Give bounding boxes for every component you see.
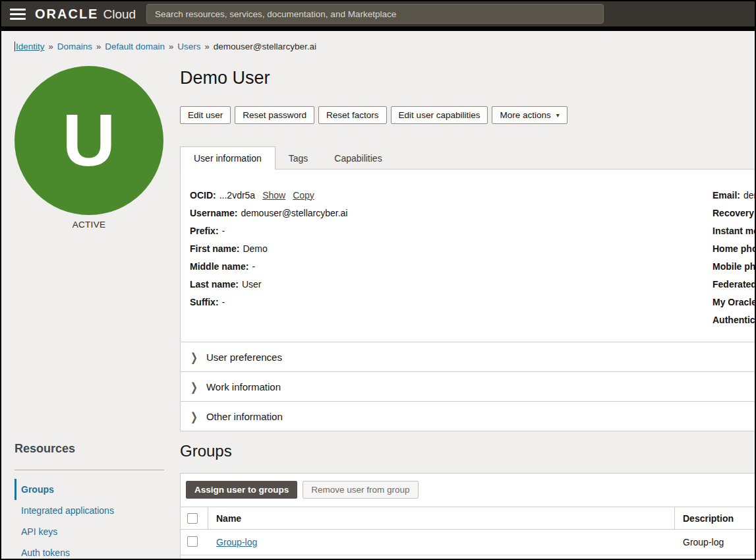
group-name-link[interactable]: Group-log bbox=[216, 537, 257, 547]
section-other-information[interactable]: ❯ Other information bbox=[181, 401, 756, 431]
table-row: Group-log Group-log bbox=[181, 530, 756, 555]
sidebar-item-auth-tokens[interactable]: Auth tokens bbox=[15, 542, 164, 560]
sidebar-item-groups[interactable]: Groups bbox=[15, 479, 164, 500]
breadcrumb-separator: » bbox=[49, 42, 53, 51]
ocid-show-link[interactable]: Show bbox=[262, 190, 285, 201]
sidebar-item-integrated-applications[interactable]: Integrated applications bbox=[15, 500, 164, 521]
section-label: Work information bbox=[206, 381, 281, 392]
field-middle-name: Middle name: - bbox=[190, 257, 756, 275]
chevron-down-icon: ▾ bbox=[556, 111, 560, 119]
section-label: User preferences bbox=[206, 352, 282, 363]
groups-table-header: Name Description bbox=[181, 507, 756, 530]
column-header-description: Description bbox=[675, 507, 756, 529]
row-checkbox[interactable] bbox=[187, 536, 198, 547]
field-my-oracle: My Oracle bbox=[712, 293, 756, 311]
field-ocid: OCID: ...2vdr5a Show Copy bbox=[190, 186, 756, 204]
breadcrumb-separator: » bbox=[205, 42, 210, 51]
tab-user-information[interactable]: User information bbox=[180, 146, 276, 170]
ocid-value: ...2vdr5a bbox=[219, 190, 255, 201]
reset-password-button[interactable]: Reset password bbox=[235, 106, 314, 124]
breadcrumb-default-domain[interactable]: Default domain bbox=[105, 42, 165, 51]
field-username: Username: demouser@stellarcyber.ai bbox=[190, 204, 756, 222]
field-email: Email: dem bbox=[712, 186, 756, 204]
topbar-divider bbox=[1, 26, 755, 31]
edit-user-button[interactable]: Edit user bbox=[180, 106, 231, 124]
status-badge: ACTIVE bbox=[15, 220, 163, 230]
top-navigation-bar: ORACLE Cloud bbox=[1, 1, 755, 26]
field-prefix: Prefix: - bbox=[190, 222, 756, 239]
sidebar-item-api-keys[interactable]: API keys bbox=[15, 521, 164, 542]
user-fields-area: OCID: ...2vdr5a Show Copy Username: demo… bbox=[181, 170, 756, 342]
resources-divider bbox=[15, 470, 164, 470]
breadcrumb-separator: » bbox=[169, 42, 173, 51]
page-title: Demo User bbox=[180, 68, 270, 88]
breadcrumb-current-user: demouser@stellarcyber.ai bbox=[214, 42, 316, 51]
ocid-label: OCID: bbox=[190, 190, 216, 201]
breadcrumb: Identity » Domains » Default domain » Us… bbox=[15, 42, 316, 51]
breadcrumb-domains[interactable]: Domains bbox=[57, 42, 92, 51]
hamburger-menu-icon[interactable] bbox=[10, 9, 26, 20]
groups-panel: Assign user to groups Remove user from g… bbox=[180, 473, 756, 560]
oracle-cloud-logo[interactable]: ORACLE Cloud bbox=[35, 7, 136, 22]
avatar-letter: U bbox=[63, 104, 116, 177]
search-input[interactable] bbox=[146, 4, 604, 24]
chevron-right-icon: ❯ bbox=[190, 380, 198, 393]
breadcrumb-identity[interactable]: Identity bbox=[15, 42, 45, 51]
field-suffix: Suffix: - bbox=[190, 293, 756, 311]
section-label: Other information bbox=[206, 411, 283, 422]
resources-heading: Resources bbox=[15, 442, 75, 456]
field-mobile-phone: Mobile pho bbox=[712, 257, 756, 275]
logo-cloud-text: Cloud bbox=[103, 7, 136, 22]
ocid-copy-link[interactable]: Copy bbox=[293, 190, 314, 201]
section-work-information[interactable]: ❯ Work information bbox=[181, 371, 756, 401]
select-all-checkbox[interactable] bbox=[187, 513, 198, 524]
remove-user-from-group-button[interactable]: Remove user from group bbox=[303, 481, 418, 499]
field-last-name: Last name: User bbox=[190, 275, 756, 293]
tab-capabilities[interactable]: Capabilities bbox=[321, 146, 395, 170]
group-description: Group-log bbox=[675, 537, 756, 547]
row-select-cell bbox=[181, 536, 208, 549]
user-avatar: U bbox=[15, 66, 163, 215]
assign-user-to-groups-button[interactable]: Assign user to groups bbox=[186, 481, 297, 499]
user-information-panel: OCID: ...2vdr5a Show Copy Username: demo… bbox=[180, 169, 756, 431]
groups-actions-row: Assign user to groups Remove user from g… bbox=[181, 474, 756, 499]
column-header-name: Name bbox=[208, 507, 675, 529]
breadcrumb-users[interactable]: Users bbox=[177, 42, 200, 51]
field-federated: Federated: bbox=[712, 275, 756, 293]
oracle-cloud-console: ORACLE Cloud Identity » Domains » Defaul… bbox=[0, 0, 756, 560]
breadcrumb-separator: » bbox=[96, 42, 101, 51]
chevron-right-icon: ❯ bbox=[190, 410, 198, 423]
user-fields-right-column: Email: dem Recovery e Instant mes Home p… bbox=[712, 186, 756, 328]
groups-heading: Groups bbox=[180, 442, 232, 460]
field-instant-messaging: Instant mes bbox=[712, 222, 756, 239]
edit-user-capabilities-button[interactable]: Edit user capabilities bbox=[391, 106, 488, 124]
field-home-phone: Home phon bbox=[712, 239, 756, 257]
logo-oracle-text: ORACLE bbox=[35, 7, 98, 22]
section-user-preferences[interactable]: ❯ User preferences bbox=[181, 342, 756, 371]
more-actions-button[interactable]: More actions ▾ bbox=[492, 106, 567, 124]
field-authentication: Authentica bbox=[712, 311, 756, 328]
chevron-right-icon: ❯ bbox=[190, 350, 198, 363]
tab-tags[interactable]: Tags bbox=[276, 146, 322, 170]
more-actions-label: More actions bbox=[500, 110, 550, 120]
field-first-name: First name: Demo bbox=[190, 239, 756, 257]
select-all-cell bbox=[181, 507, 208, 529]
field-recovery-email: Recovery e bbox=[712, 204, 756, 222]
groups-table: Name Description Group-log Group-log bbox=[181, 507, 756, 555]
reset-factors-button[interactable]: Reset factors bbox=[318, 106, 387, 124]
resources-list: Groups Integrated applications API keys … bbox=[15, 479, 164, 560]
tab-bar: User information Tags Capabilities bbox=[180, 146, 395, 170]
action-buttons-row: Edit user Reset password Reset factors E… bbox=[180, 106, 567, 124]
